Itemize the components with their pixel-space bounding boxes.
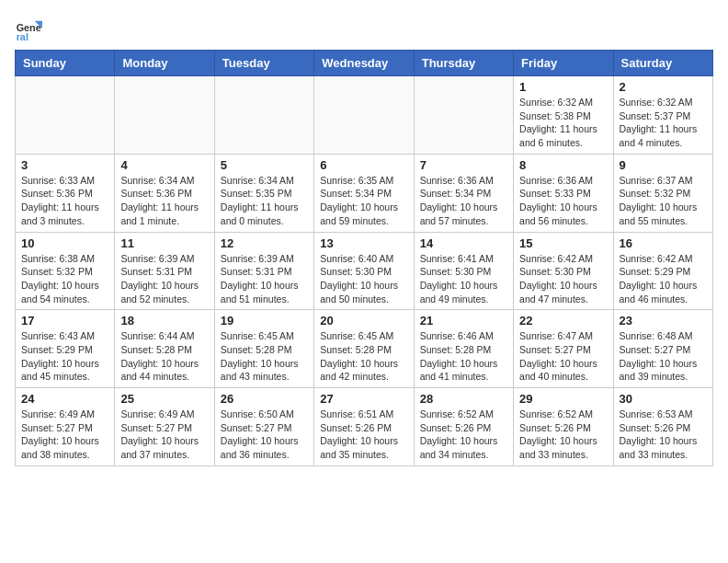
calendar-cell: 23Sunrise: 6:48 AM Sunset: 5:27 PM Dayli… <box>613 310 712 388</box>
calendar-cell <box>214 76 313 155</box>
day-info: Sunrise: 6:36 AM Sunset: 5:33 PM Dayligh… <box>519 174 607 228</box>
calendar-cell: 5Sunrise: 6:34 AM Sunset: 5:35 PM Daylig… <box>214 154 313 232</box>
calendar-week-row: 1Sunrise: 6:32 AM Sunset: 5:38 PM Daylig… <box>16 76 713 155</box>
day-of-week-header: Sunday <box>16 51 115 76</box>
logo-icon: Gene ral <box>15 15 42 42</box>
calendar-cell: 17Sunrise: 6:43 AM Sunset: 5:29 PM Dayli… <box>16 310 115 388</box>
calendar-week-row: 24Sunrise: 6:49 AM Sunset: 5:27 PM Dayli… <box>16 388 713 466</box>
day-number: 26 <box>221 392 308 406</box>
day-number: 12 <box>221 236 308 250</box>
day-number: 29 <box>519 392 607 406</box>
calendar-cell: 1Sunrise: 6:32 AM Sunset: 5:38 PM Daylig… <box>514 76 613 155</box>
calendar-week-row: 3Sunrise: 6:33 AM Sunset: 5:36 PM Daylig… <box>16 154 713 232</box>
day-info: Sunrise: 6:45 AM Sunset: 5:28 PM Dayligh… <box>221 329 308 384</box>
calendar-cell <box>16 76 115 155</box>
calendar-cell: 29Sunrise: 6:52 AM Sunset: 5:26 PM Dayli… <box>514 388 613 466</box>
day-number: 7 <box>420 158 507 172</box>
calendar-cell <box>314 76 414 155</box>
day-info: Sunrise: 6:46 AM Sunset: 5:28 PM Dayligh… <box>420 329 507 384</box>
day-number: 9 <box>620 158 707 172</box>
day-number: 15 <box>519 236 607 250</box>
day-number: 5 <box>221 158 308 172</box>
day-info: Sunrise: 6:39 AM Sunset: 5:31 PM Dayligh… <box>120 252 208 306</box>
day-info: Sunrise: 6:32 AM Sunset: 5:38 PM Dayligh… <box>519 96 607 150</box>
day-info: Sunrise: 6:33 AM Sunset: 5:36 PM Dayligh… <box>21 174 108 228</box>
day-info: Sunrise: 6:47 AM Sunset: 5:27 PM Dayligh… <box>519 329 607 384</box>
calendar-cell: 20Sunrise: 6:45 AM Sunset: 5:28 PM Dayli… <box>314 310 414 388</box>
day-info: Sunrise: 6:51 AM Sunset: 5:26 PM Dayligh… <box>320 408 407 462</box>
page-header: Gene ral <box>15 15 713 42</box>
day-info: Sunrise: 6:41 AM Sunset: 5:30 PM Dayligh… <box>420 252 507 306</box>
calendar-cell: 18Sunrise: 6:44 AM Sunset: 5:28 PM Dayli… <box>115 310 214 388</box>
day-number: 20 <box>320 314 407 327</box>
day-number: 14 <box>420 236 507 250</box>
day-number: 10 <box>21 236 108 250</box>
calendar-cell: 14Sunrise: 6:41 AM Sunset: 5:30 PM Dayli… <box>414 232 513 310</box>
day-info: Sunrise: 6:52 AM Sunset: 5:26 PM Dayligh… <box>420 408 507 462</box>
day-number: 13 <box>320 236 407 250</box>
calendar-cell: 21Sunrise: 6:46 AM Sunset: 5:28 PM Dayli… <box>414 310 513 388</box>
day-number: 22 <box>519 314 607 327</box>
calendar-cell: 8Sunrise: 6:36 AM Sunset: 5:33 PM Daylig… <box>514 154 613 232</box>
day-info: Sunrise: 6:39 AM Sunset: 5:31 PM Dayligh… <box>221 252 308 306</box>
calendar-cell: 3Sunrise: 6:33 AM Sunset: 5:36 PM Daylig… <box>16 154 115 232</box>
day-number: 8 <box>519 158 607 172</box>
day-info: Sunrise: 6:45 AM Sunset: 5:28 PM Dayligh… <box>320 329 407 384</box>
day-info: Sunrise: 6:34 AM Sunset: 5:35 PM Dayligh… <box>221 174 308 228</box>
logo: Gene ral <box>15 15 46 42</box>
day-info: Sunrise: 6:52 AM Sunset: 5:26 PM Dayligh… <box>519 408 607 462</box>
day-number: 3 <box>21 158 108 172</box>
day-number: 18 <box>120 314 208 327</box>
day-info: Sunrise: 6:32 AM Sunset: 5:37 PM Dayligh… <box>620 96 707 150</box>
day-number: 19 <box>221 314 308 327</box>
day-info: Sunrise: 6:42 AM Sunset: 5:29 PM Dayligh… <box>620 252 707 306</box>
day-of-week-header: Wednesday <box>314 51 414 76</box>
calendar-cell: 12Sunrise: 6:39 AM Sunset: 5:31 PM Dayli… <box>214 232 313 310</box>
calendar-week-row: 10Sunrise: 6:38 AM Sunset: 5:32 PM Dayli… <box>16 232 713 310</box>
day-of-week-header: Tuesday <box>214 51 313 76</box>
day-number: 11 <box>120 236 208 250</box>
day-number: 23 <box>620 314 707 327</box>
day-number: 21 <box>420 314 507 327</box>
day-info: Sunrise: 6:36 AM Sunset: 5:34 PM Dayligh… <box>420 174 507 228</box>
day-info: Sunrise: 6:37 AM Sunset: 5:32 PM Dayligh… <box>620 174 707 228</box>
calendar-cell <box>115 76 214 155</box>
day-number: 25 <box>120 392 208 406</box>
day-header-row: SundayMondayTuesdayWednesdayThursdayFrid… <box>16 51 713 76</box>
day-info: Sunrise: 6:50 AM Sunset: 5:27 PM Dayligh… <box>221 408 308 462</box>
day-info: Sunrise: 6:43 AM Sunset: 5:29 PM Dayligh… <box>21 329 108 384</box>
day-info: Sunrise: 6:49 AM Sunset: 5:27 PM Dayligh… <box>120 408 208 462</box>
calendar-cell: 6Sunrise: 6:35 AM Sunset: 5:34 PM Daylig… <box>314 154 414 232</box>
calendar-cell: 30Sunrise: 6:53 AM Sunset: 5:26 PM Dayli… <box>613 388 712 466</box>
calendar-cell: 19Sunrise: 6:45 AM Sunset: 5:28 PM Dayli… <box>214 310 313 388</box>
day-number: 28 <box>420 392 507 406</box>
day-number: 17 <box>21 314 108 327</box>
calendar-cell <box>414 76 513 155</box>
calendar-cell: 7Sunrise: 6:36 AM Sunset: 5:34 PM Daylig… <box>414 154 513 232</box>
day-of-week-header: Friday <box>514 51 613 76</box>
calendar-cell: 15Sunrise: 6:42 AM Sunset: 5:30 PM Dayli… <box>514 232 613 310</box>
day-number: 16 <box>620 236 707 250</box>
calendar-cell: 28Sunrise: 6:52 AM Sunset: 5:26 PM Dayli… <box>414 388 513 466</box>
calendar-cell: 13Sunrise: 6:40 AM Sunset: 5:30 PM Dayli… <box>314 232 414 310</box>
day-number: 2 <box>620 80 707 94</box>
calendar-cell: 27Sunrise: 6:51 AM Sunset: 5:26 PM Dayli… <box>314 388 414 466</box>
calendar-cell: 2Sunrise: 6:32 AM Sunset: 5:37 PM Daylig… <box>613 76 712 155</box>
day-number: 4 <box>120 158 208 172</box>
calendar-cell: 4Sunrise: 6:34 AM Sunset: 5:36 PM Daylig… <box>115 154 214 232</box>
calendar-cell: 9Sunrise: 6:37 AM Sunset: 5:32 PM Daylig… <box>613 154 712 232</box>
calendar-cell: 22Sunrise: 6:47 AM Sunset: 5:27 PM Dayli… <box>514 310 613 388</box>
day-number: 30 <box>620 392 707 406</box>
day-of-week-header: Saturday <box>613 51 712 76</box>
day-info: Sunrise: 6:48 AM Sunset: 5:27 PM Dayligh… <box>620 329 707 384</box>
day-info: Sunrise: 6:44 AM Sunset: 5:28 PM Dayligh… <box>120 329 208 384</box>
day-of-week-header: Thursday <box>414 51 513 76</box>
calendar-cell: 24Sunrise: 6:49 AM Sunset: 5:27 PM Dayli… <box>16 388 115 466</box>
day-number: 6 <box>320 158 407 172</box>
day-number: 27 <box>320 392 407 406</box>
day-info: Sunrise: 6:49 AM Sunset: 5:27 PM Dayligh… <box>21 408 108 462</box>
day-of-week-header: Monday <box>115 51 214 76</box>
calendar-week-row: 17Sunrise: 6:43 AM Sunset: 5:29 PM Dayli… <box>16 310 713 388</box>
calendar-cell: 25Sunrise: 6:49 AM Sunset: 5:27 PM Dayli… <box>115 388 214 466</box>
calendar-table: SundayMondayTuesdayWednesdayThursdayFrid… <box>15 50 713 466</box>
